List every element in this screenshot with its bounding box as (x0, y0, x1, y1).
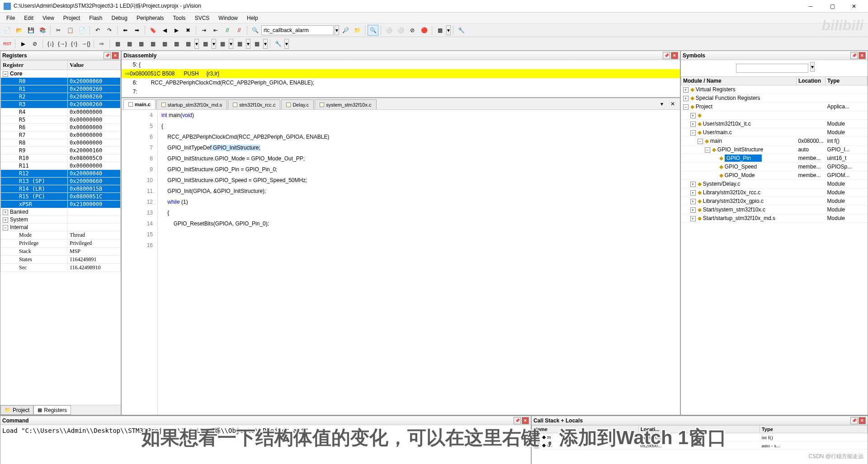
configure-button[interactable]: 🔧 (456, 25, 467, 36)
menu-window[interactable]: Window (214, 14, 242, 22)
paste-button[interactable]: 📄 (76, 25, 87, 36)
window-layout-dropdown[interactable]: ▾ (446, 25, 451, 35)
step-over-button[interactable]: {→} (57, 38, 68, 49)
show-next-button[interactable]: ⇨ (96, 38, 107, 49)
comment-button[interactable]: // (222, 25, 233, 36)
internal-toggle[interactable]: − (3, 225, 8, 230)
register-row[interactable]: R00x20000060 (1, 78, 121, 85)
core-toggle[interactable]: − (3, 71, 8, 77)
close-panel-button[interactable]: ✕ (522, 417, 529, 424)
symbol-row[interactable]: +◆ Start/system_stm32f10x.cModule (681, 206, 868, 214)
register-row[interactable]: xPSR0x21000000 (1, 201, 121, 208)
tree-toggle[interactable]: − (705, 147, 710, 153)
memory-dropdown[interactable]: ▾ (194, 39, 199, 49)
run-to-cursor-button[interactable]: →{} (80, 38, 91, 49)
reset-button[interactable]: RST (2, 38, 13, 49)
close-panel-button[interactable]: ✕ (671, 52, 678, 59)
internal-row[interactable]: ModeThread (1, 231, 121, 239)
col-module[interactable]: Module / Name (681, 77, 797, 85)
step-out-button[interactable]: {↑} (69, 38, 80, 49)
symbol-row[interactable]: +◆ Library/stm32f10x_rcc.cModule (681, 188, 868, 197)
pin-icon[interactable]: 📌 (850, 52, 858, 59)
register-row[interactable]: R20x20000260 (1, 93, 121, 101)
stop-button[interactable]: ⊘ (29, 38, 40, 49)
symbol-row[interactable]: +◆ Virtual Registers (681, 85, 868, 94)
register-row[interactable]: R40x00000000 (1, 108, 121, 116)
toolbox-dropdown[interactable]: ▾ (284, 39, 289, 49)
menu-debug[interactable]: Debug (107, 14, 132, 22)
register-row[interactable]: R10x20000260 (1, 85, 121, 93)
bookmark-prev-button[interactable]: ◀ (159, 25, 170, 36)
trace-dropdown[interactable]: ▾ (246, 39, 250, 49)
tree-toggle[interactable]: + (690, 199, 696, 204)
register-row[interactable]: R110x00000000 (1, 162, 121, 170)
menu-peripherals[interactable]: Peripherals (132, 14, 169, 22)
find-in-files-button[interactable]: 📁 (352, 25, 363, 36)
symbol-row[interactable]: ◆ GPIO_Modemembe...GPIOM... (681, 171, 868, 180)
outdent-button[interactable]: ⇤ (210, 25, 221, 36)
col-type[interactable]: Type (760, 426, 867, 433)
register-row[interactable]: R50x00000000 (1, 116, 121, 124)
uncomment-button[interactable]: // (234, 25, 245, 36)
symbols-window-button[interactable]: ▦ (136, 38, 146, 49)
menu-flash[interactable]: Flash (85, 14, 107, 22)
symbol-row[interactable]: +◆ Library/stm32f10x_gpio.cModule (681, 197, 868, 206)
symbol-row[interactable]: ◆ GPIO_Speedmembe...GPIOSp... (681, 163, 868, 171)
symbols-search-dropdown[interactable]: ▾ (810, 62, 815, 72)
tree-toggle[interactable]: − (698, 139, 703, 144)
menu-svcs[interactable]: SVCS (190, 14, 214, 22)
tab-project[interactable]: 📁 Project (0, 405, 33, 415)
col-register[interactable]: Register (1, 61, 68, 70)
command-window-button[interactable]: ▦ (112, 38, 123, 49)
analysis-dropdown[interactable]: ▾ (229, 39, 233, 49)
system-viewer-button[interactable]: ▦ (251, 38, 262, 49)
tree-toggle[interactable]: + (690, 122, 696, 127)
editor-tab[interactable]: system_stm32f10x.c (315, 99, 376, 109)
toolbox-button[interactable]: 🔧 (273, 38, 283, 49)
step-button[interactable]: {↓} (45, 38, 56, 49)
col-value[interactable]: Value (68, 61, 121, 70)
symbol-row[interactable]: ◆ GPIO_Pinmembe...uint16_t (681, 154, 868, 163)
tree-toggle[interactable]: + (690, 182, 696, 187)
register-row[interactable]: R80x00000000 (1, 139, 121, 147)
find-next-button[interactable]: 🔎 (340, 25, 351, 36)
pin-icon[interactable]: 📌 (850, 417, 858, 424)
symbol-row[interactable]: +◆ User/stm32f10x_it.cModule (681, 120, 868, 128)
minimize-button[interactable]: ─ (800, 0, 821, 13)
serial-dropdown[interactable]: ▾ (212, 39, 216, 49)
register-row[interactable]: R60x00000000 (1, 124, 121, 131)
pin-icon[interactable]: 📌 (514, 417, 521, 424)
undo-button[interactable]: ↶ (92, 25, 103, 36)
memory-window-button[interactable]: ▦ (183, 38, 193, 49)
indent-button[interactable]: ⇥ (198, 25, 209, 36)
register-row[interactable]: R15 (PC)0x0800051C (1, 193, 121, 201)
system-viewer-dropdown[interactable]: ▾ (263, 39, 268, 49)
symbol-row[interactable]: −◆ main0x08000...int f() (681, 137, 868, 145)
register-row[interactable]: R30x20000260 (1, 101, 121, 108)
bookmark-next-button[interactable]: ▶ (171, 25, 182, 36)
register-row[interactable]: R13 (SP)0x20000660 (1, 178, 121, 185)
breakpoint-enable-button[interactable]: ⚪ (395, 25, 406, 36)
bookmark-clear-button[interactable]: ✖ (183, 25, 193, 36)
save-all-button[interactable]: 📚 (37, 25, 48, 36)
disassembly-content[interactable]: 5: { ⇨0x0800051C B508 PUSH {r3,lr} 6: RC… (122, 60, 680, 97)
nav-back-button[interactable]: ⬅ (120, 25, 131, 36)
find-button[interactable]: 🔍 (250, 25, 260, 36)
pin-icon[interactable]: 📌 (104, 52, 111, 59)
editor-content[interactable]: 45678910111213141516 int main(void){ RCC… (122, 110, 680, 415)
symbol-row[interactable]: +◆ (681, 111, 868, 120)
tree-toggle[interactable]: + (690, 207, 696, 213)
disasm-window-button[interactable]: ▦ (124, 38, 135, 49)
menu-project[interactable]: Project (59, 14, 85, 22)
banked-toggle[interactable]: + (3, 210, 8, 215)
tab-list-button[interactable]: ▾ (656, 98, 667, 109)
tab-registers[interactable]: ▦ Registers (33, 405, 71, 415)
new-button[interactable]: 📄 (2, 25, 13, 36)
internal-row[interactable]: Sec116.42498910 (1, 264, 121, 272)
save-button[interactable]: 💾 (25, 25, 36, 36)
window-layout-button[interactable]: ▦ (434, 25, 445, 36)
col-type[interactable]: Type (826, 77, 868, 85)
register-row[interactable]: R120x20000040 (1, 170, 121, 178)
editor-tab[interactable]: startup_stm32f10x_md.s (156, 99, 227, 109)
symbol-row[interactable]: +◆ System/Delay.cModule (681, 180, 868, 188)
